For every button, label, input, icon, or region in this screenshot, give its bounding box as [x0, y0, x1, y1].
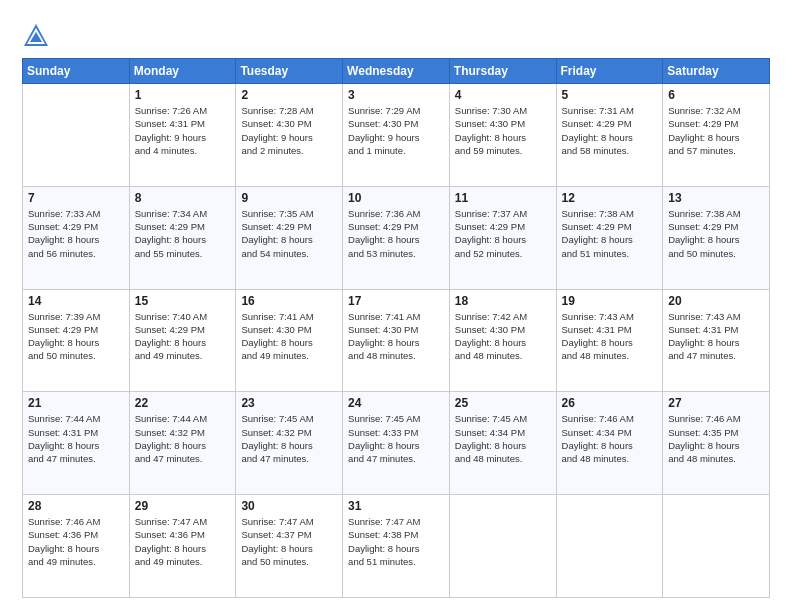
calendar-cell: 6Sunrise: 7:32 AM Sunset: 4:29 PM Daylig…	[663, 84, 770, 187]
day-number: 16	[241, 294, 337, 308]
day-info: Sunrise: 7:30 AM Sunset: 4:30 PM Dayligh…	[455, 104, 551, 157]
calendar-cell	[449, 495, 556, 598]
day-info: Sunrise: 7:41 AM Sunset: 4:30 PM Dayligh…	[348, 310, 444, 363]
calendar-cell: 11Sunrise: 7:37 AM Sunset: 4:29 PM Dayli…	[449, 186, 556, 289]
calendar-cell: 1Sunrise: 7:26 AM Sunset: 4:31 PM Daylig…	[129, 84, 236, 187]
calendar-week-row: 28Sunrise: 7:46 AM Sunset: 4:36 PM Dayli…	[23, 495, 770, 598]
calendar-cell: 23Sunrise: 7:45 AM Sunset: 4:32 PM Dayli…	[236, 392, 343, 495]
calendar-cell: 16Sunrise: 7:41 AM Sunset: 4:30 PM Dayli…	[236, 289, 343, 392]
calendar-week-row: 14Sunrise: 7:39 AM Sunset: 4:29 PM Dayli…	[23, 289, 770, 392]
calendar-cell: 25Sunrise: 7:45 AM Sunset: 4:34 PM Dayli…	[449, 392, 556, 495]
page: SundayMondayTuesdayWednesdayThursdayFrid…	[0, 0, 792, 612]
calendar-cell: 19Sunrise: 7:43 AM Sunset: 4:31 PM Dayli…	[556, 289, 663, 392]
day-number: 15	[135, 294, 231, 308]
day-info: Sunrise: 7:42 AM Sunset: 4:30 PM Dayligh…	[455, 310, 551, 363]
col-header-sunday: Sunday	[23, 59, 130, 84]
day-number: 1	[135, 88, 231, 102]
day-info: Sunrise: 7:44 AM Sunset: 4:32 PM Dayligh…	[135, 412, 231, 465]
col-header-thursday: Thursday	[449, 59, 556, 84]
day-info: Sunrise: 7:38 AM Sunset: 4:29 PM Dayligh…	[668, 207, 764, 260]
day-number: 4	[455, 88, 551, 102]
header	[22, 18, 770, 50]
calendar-cell: 24Sunrise: 7:45 AM Sunset: 4:33 PM Dayli…	[343, 392, 450, 495]
calendar-cell: 13Sunrise: 7:38 AM Sunset: 4:29 PM Dayli…	[663, 186, 770, 289]
day-number: 3	[348, 88, 444, 102]
day-number: 8	[135, 191, 231, 205]
day-info: Sunrise: 7:46 AM Sunset: 4:34 PM Dayligh…	[562, 412, 658, 465]
day-number: 9	[241, 191, 337, 205]
calendar-header-row: SundayMondayTuesdayWednesdayThursdayFrid…	[23, 59, 770, 84]
calendar-table: SundayMondayTuesdayWednesdayThursdayFrid…	[22, 58, 770, 598]
calendar-cell: 5Sunrise: 7:31 AM Sunset: 4:29 PM Daylig…	[556, 84, 663, 187]
calendar-cell: 8Sunrise: 7:34 AM Sunset: 4:29 PM Daylig…	[129, 186, 236, 289]
calendar-cell	[663, 495, 770, 598]
day-info: Sunrise: 7:47 AM Sunset: 4:36 PM Dayligh…	[135, 515, 231, 568]
day-number: 30	[241, 499, 337, 513]
col-header-friday: Friday	[556, 59, 663, 84]
day-info: Sunrise: 7:45 AM Sunset: 4:32 PM Dayligh…	[241, 412, 337, 465]
col-header-saturday: Saturday	[663, 59, 770, 84]
calendar-cell: 26Sunrise: 7:46 AM Sunset: 4:34 PM Dayli…	[556, 392, 663, 495]
day-info: Sunrise: 7:29 AM Sunset: 4:30 PM Dayligh…	[348, 104, 444, 157]
day-number: 6	[668, 88, 764, 102]
day-info: Sunrise: 7:46 AM Sunset: 4:35 PM Dayligh…	[668, 412, 764, 465]
day-number: 10	[348, 191, 444, 205]
day-info: Sunrise: 7:43 AM Sunset: 4:31 PM Dayligh…	[668, 310, 764, 363]
day-number: 11	[455, 191, 551, 205]
calendar-cell: 7Sunrise: 7:33 AM Sunset: 4:29 PM Daylig…	[23, 186, 130, 289]
calendar-cell: 21Sunrise: 7:44 AM Sunset: 4:31 PM Dayli…	[23, 392, 130, 495]
calendar-cell: 22Sunrise: 7:44 AM Sunset: 4:32 PM Dayli…	[129, 392, 236, 495]
day-info: Sunrise: 7:47 AM Sunset: 4:37 PM Dayligh…	[241, 515, 337, 568]
calendar-week-row: 7Sunrise: 7:33 AM Sunset: 4:29 PM Daylig…	[23, 186, 770, 289]
calendar-cell: 20Sunrise: 7:43 AM Sunset: 4:31 PM Dayli…	[663, 289, 770, 392]
day-info: Sunrise: 7:31 AM Sunset: 4:29 PM Dayligh…	[562, 104, 658, 157]
day-number: 28	[28, 499, 124, 513]
day-number: 2	[241, 88, 337, 102]
calendar-cell	[556, 495, 663, 598]
day-info: Sunrise: 7:26 AM Sunset: 4:31 PM Dayligh…	[135, 104, 231, 157]
day-info: Sunrise: 7:44 AM Sunset: 4:31 PM Dayligh…	[28, 412, 124, 465]
day-info: Sunrise: 7:45 AM Sunset: 4:33 PM Dayligh…	[348, 412, 444, 465]
calendar-cell: 10Sunrise: 7:36 AM Sunset: 4:29 PM Dayli…	[343, 186, 450, 289]
day-number: 22	[135, 396, 231, 410]
calendar-week-row: 21Sunrise: 7:44 AM Sunset: 4:31 PM Dayli…	[23, 392, 770, 495]
day-number: 21	[28, 396, 124, 410]
calendar-cell: 30Sunrise: 7:47 AM Sunset: 4:37 PM Dayli…	[236, 495, 343, 598]
day-number: 25	[455, 396, 551, 410]
day-info: Sunrise: 7:34 AM Sunset: 4:29 PM Dayligh…	[135, 207, 231, 260]
day-info: Sunrise: 7:36 AM Sunset: 4:29 PM Dayligh…	[348, 207, 444, 260]
day-info: Sunrise: 7:41 AM Sunset: 4:30 PM Dayligh…	[241, 310, 337, 363]
col-header-tuesday: Tuesday	[236, 59, 343, 84]
day-number: 5	[562, 88, 658, 102]
day-number: 18	[455, 294, 551, 308]
calendar-cell: 29Sunrise: 7:47 AM Sunset: 4:36 PM Dayli…	[129, 495, 236, 598]
day-number: 29	[135, 499, 231, 513]
calendar-cell: 12Sunrise: 7:38 AM Sunset: 4:29 PM Dayli…	[556, 186, 663, 289]
calendar-cell: 2Sunrise: 7:28 AM Sunset: 4:30 PM Daylig…	[236, 84, 343, 187]
logo	[22, 22, 54, 50]
calendar-cell: 31Sunrise: 7:47 AM Sunset: 4:38 PM Dayli…	[343, 495, 450, 598]
day-number: 7	[28, 191, 124, 205]
day-number: 27	[668, 396, 764, 410]
day-number: 31	[348, 499, 444, 513]
day-number: 24	[348, 396, 444, 410]
day-info: Sunrise: 7:45 AM Sunset: 4:34 PM Dayligh…	[455, 412, 551, 465]
calendar-cell: 28Sunrise: 7:46 AM Sunset: 4:36 PM Dayli…	[23, 495, 130, 598]
day-info: Sunrise: 7:38 AM Sunset: 4:29 PM Dayligh…	[562, 207, 658, 260]
calendar-cell: 14Sunrise: 7:39 AM Sunset: 4:29 PM Dayli…	[23, 289, 130, 392]
day-number: 19	[562, 294, 658, 308]
day-info: Sunrise: 7:35 AM Sunset: 4:29 PM Dayligh…	[241, 207, 337, 260]
day-info: Sunrise: 7:39 AM Sunset: 4:29 PM Dayligh…	[28, 310, 124, 363]
day-number: 12	[562, 191, 658, 205]
calendar-cell: 17Sunrise: 7:41 AM Sunset: 4:30 PM Dayli…	[343, 289, 450, 392]
day-info: Sunrise: 7:32 AM Sunset: 4:29 PM Dayligh…	[668, 104, 764, 157]
calendar-cell: 15Sunrise: 7:40 AM Sunset: 4:29 PM Dayli…	[129, 289, 236, 392]
col-header-monday: Monday	[129, 59, 236, 84]
day-number: 26	[562, 396, 658, 410]
day-info: Sunrise: 7:46 AM Sunset: 4:36 PM Dayligh…	[28, 515, 124, 568]
calendar-cell: 3Sunrise: 7:29 AM Sunset: 4:30 PM Daylig…	[343, 84, 450, 187]
logo-icon	[22, 22, 50, 50]
day-number: 13	[668, 191, 764, 205]
calendar-cell: 4Sunrise: 7:30 AM Sunset: 4:30 PM Daylig…	[449, 84, 556, 187]
calendar-cell: 27Sunrise: 7:46 AM Sunset: 4:35 PM Dayli…	[663, 392, 770, 495]
